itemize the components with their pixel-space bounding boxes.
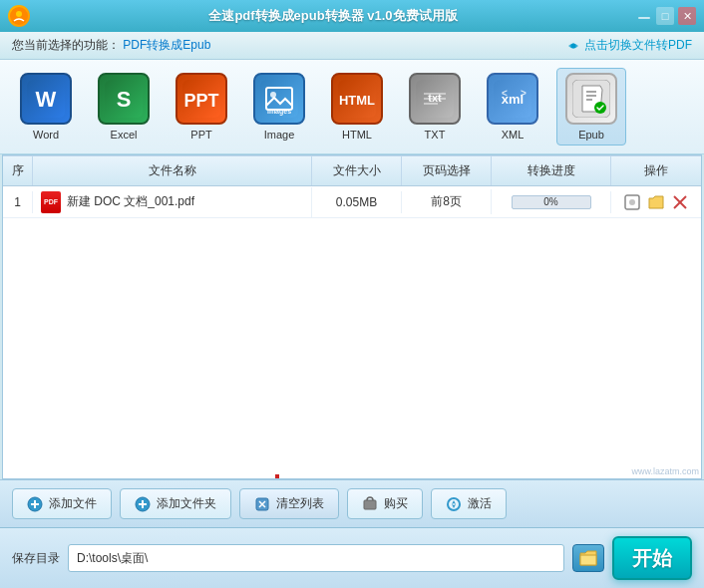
add-folder-icon xyxy=(135,496,151,512)
svg-rect-42 xyxy=(364,500,376,509)
table-row: 1 PDF 新建 DOC 文档_001.pdf 0.05MB 前8页 0% xyxy=(3,186,701,218)
tool-html[interactable]: HTML HTML xyxy=(323,69,391,145)
buy-icon xyxy=(362,496,378,512)
svg-rect-2 xyxy=(638,17,650,19)
svg-point-28 xyxy=(629,199,635,205)
svg-point-43 xyxy=(448,498,460,510)
maximize-button[interactable]: □ xyxy=(656,7,674,25)
current-function-value: PDF转换成Epub xyxy=(123,38,210,52)
row-actions xyxy=(611,188,701,216)
excel-icon: S xyxy=(98,73,150,125)
excel-label: Excel xyxy=(111,129,138,141)
svg-text:<: < xyxy=(502,88,508,99)
table-empty-area xyxy=(3,218,701,457)
save-path-input[interactable] xyxy=(68,544,564,572)
app-logo xyxy=(8,5,30,27)
switch-icon xyxy=(566,39,580,53)
row-progress: 0% xyxy=(492,191,611,213)
html-icon: HTML xyxy=(331,73,383,125)
ppt-label: PPT xyxy=(190,129,211,141)
clear-list-button[interactable]: 清空列表 xyxy=(239,488,339,519)
tool-txt[interactable]: txt TXT xyxy=(401,69,469,145)
preview-action-icon[interactable] xyxy=(622,192,642,212)
row-pages: 前8页 xyxy=(402,189,492,214)
save-path-label: 保存目录 xyxy=(12,550,60,567)
add-file-button[interactable]: 添加文件 xyxy=(12,488,112,519)
svg-text:W: W xyxy=(36,87,57,112)
word-label: Word xyxy=(33,129,59,141)
tool-xml[interactable]: xml < > XML xyxy=(479,69,546,145)
svg-point-1 xyxy=(16,11,22,17)
minimize-icon xyxy=(636,7,652,23)
clear-list-icon xyxy=(254,496,270,512)
tool-excel[interactable]: S Excel xyxy=(90,69,158,145)
add-folder-button[interactable]: 添加文件夹 xyxy=(120,488,231,519)
tools-bar: W Word S Excel PPT xyxy=(0,60,704,154)
browse-folder-button[interactable] xyxy=(572,544,604,572)
col-actions: 操作 xyxy=(611,156,701,185)
svg-point-12 xyxy=(270,92,276,98)
svg-text:PPT: PPT xyxy=(183,91,218,111)
image-icon: images xyxy=(253,73,305,125)
col-pages: 页码选择 xyxy=(402,156,492,185)
table-header: 序 文件名称 文件大小 页码选择 转换进度 操作 xyxy=(3,155,701,186)
close-button[interactable]: ✕ xyxy=(678,7,696,25)
svg-text:HTML: HTML xyxy=(339,93,375,108)
ppt-icon: PPT xyxy=(176,73,227,125)
bottom-toolbar: 添加文件 添加文件夹 清空列表 购买 xyxy=(0,479,704,527)
start-button[interactable]: 开始 xyxy=(612,536,692,580)
svg-text:>: > xyxy=(521,88,527,99)
epub-label: Epub xyxy=(578,129,604,141)
svg-text:images: images xyxy=(267,108,291,116)
add-file-icon xyxy=(27,496,43,512)
col-filename: 文件名称 xyxy=(33,156,312,185)
save-path-row: 保存目录 开始 xyxy=(0,527,704,588)
tool-word[interactable]: W Word xyxy=(12,69,80,145)
buy-button[interactable]: 购买 xyxy=(347,488,423,519)
image-label: Image xyxy=(264,129,295,141)
switch-link[interactable]: 点击切换文件转PDF xyxy=(566,37,692,54)
col-index: 序 xyxy=(3,156,33,185)
xml-icon: xml < > xyxy=(487,73,538,125)
xml-label: XML xyxy=(502,129,525,141)
app-title: 全速pdf转换成epub转换器 v1.0免费试用版 xyxy=(30,7,636,25)
svg-point-3 xyxy=(571,43,576,48)
title-bar: 全速pdf转换成epub转换器 v1.0免费试用版 □ ✕ xyxy=(0,0,704,32)
row-index: 1 xyxy=(3,191,33,213)
row-filename: PDF 新建 DOC 文档_001.pdf xyxy=(33,187,312,217)
epub-icon xyxy=(565,73,617,125)
txt-icon: txt xyxy=(409,73,461,125)
table-body: 1 PDF 新建 DOC 文档_001.pdf 0.05MB 前8页 0% xyxy=(3,186,701,218)
folder-browse-icon xyxy=(578,549,598,567)
tool-ppt[interactable]: PPT PPT xyxy=(168,69,235,145)
pdf-file-icon: PDF xyxy=(41,191,61,213)
activate-button[interactable]: 激活 xyxy=(431,488,507,519)
activate-icon xyxy=(446,496,462,512)
window-controls: □ ✕ xyxy=(636,7,696,25)
watermark: www.lazatm.com xyxy=(629,464,701,478)
content-area: 序 文件名称 文件大小 页码选择 转换进度 操作 1 PDF 新建 DOC 文档… xyxy=(2,154,702,479)
sub-header: 您当前选择的功能： PDF转换成Epub 点击切换文件转PDF xyxy=(0,32,704,60)
progress-bar: 0% xyxy=(512,195,591,209)
html-label: HTML xyxy=(342,129,372,141)
txt-label: TXT xyxy=(425,129,446,141)
word-icon: W xyxy=(20,73,72,125)
current-function-label: 您当前选择的功能： PDF转换成Epub xyxy=(12,37,210,54)
delete-action-icon[interactable] xyxy=(670,192,690,212)
action-icons-group xyxy=(622,192,690,212)
svg-text:S: S xyxy=(117,87,132,112)
tool-epub[interactable]: Epub xyxy=(556,68,626,146)
arrow-indicator xyxy=(247,469,307,479)
tool-image[interactable]: images Image xyxy=(245,69,313,145)
col-progress: 转换进度 xyxy=(492,156,611,185)
folder-action-icon[interactable] xyxy=(646,192,666,212)
row-filesize: 0.05MB xyxy=(312,191,402,213)
col-filesize: 文件大小 xyxy=(312,156,402,185)
